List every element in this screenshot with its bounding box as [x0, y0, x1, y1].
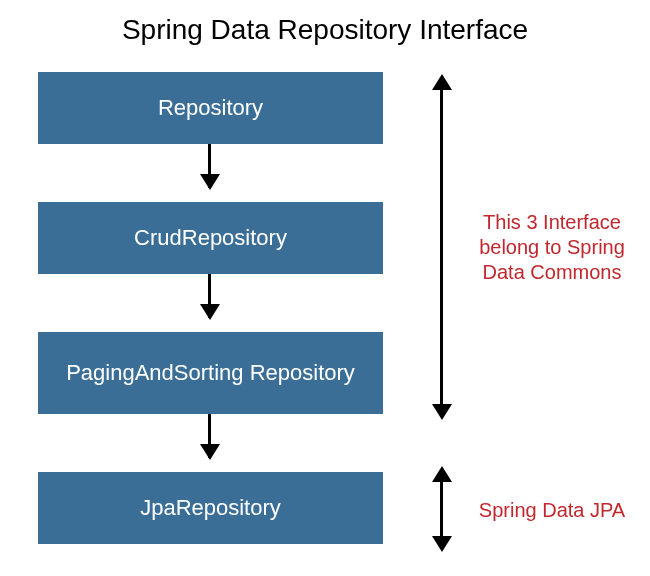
arrow-down-icon	[208, 414, 211, 458]
range-arrow-icon	[440, 88, 443, 406]
box-label: PagingAndSorting Repository	[66, 360, 355, 385]
box-repository: Repository	[38, 72, 383, 144]
box-label: Repository	[158, 95, 263, 120]
box-paging-and-sorting-repository: PagingAndSorting Repository	[38, 332, 383, 414]
note-spring-data-jpa: Spring Data JPA	[468, 498, 636, 523]
box-label: CrudRepository	[134, 225, 287, 250]
box-jpa-repository: JpaRepository	[38, 472, 383, 544]
range-arrow-icon	[440, 480, 443, 538]
diagram-canvas: Spring Data Repository Interface Reposit…	[0, 0, 650, 576]
note-spring-data-commons: This 3 Interface belong to Spring Data C…	[468, 210, 636, 285]
box-label: JpaRepository	[140, 495, 281, 520]
arrow-down-icon	[208, 274, 211, 318]
arrow-down-icon	[208, 144, 211, 188]
box-crud-repository: CrudRepository	[38, 202, 383, 274]
diagram-title: Spring Data Repository Interface	[0, 14, 650, 46]
